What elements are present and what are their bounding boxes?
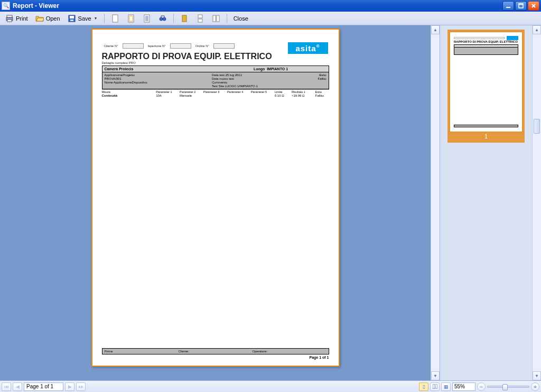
prev-page-button[interactable]: ◀ xyxy=(13,382,22,391)
first-page-button[interactable]: ⏮ xyxy=(2,382,11,391)
zoom-thumb[interactable] xyxy=(502,384,508,390)
binoculars-icon xyxy=(158,14,167,23)
cliente-field xyxy=(123,43,144,49)
zoom-out-button[interactable]: − xyxy=(477,382,486,391)
scroll-track[interactable] xyxy=(533,34,541,371)
scroll-track[interactable] xyxy=(431,34,440,371)
table-row: Continuità 10A Manuale 0.10 Ω >19.99 Ω F… xyxy=(102,94,329,97)
separator xyxy=(173,14,174,23)
minimize-button[interactable] xyxy=(502,1,514,11)
section-left: Camera Proiecis xyxy=(105,67,216,71)
thumb-scrollbar[interactable]: ▲ ▼ xyxy=(532,25,541,380)
ispezione-label: Ispezione N° xyxy=(146,43,168,49)
scroll-down-icon[interactable]: ▼ xyxy=(431,371,440,380)
window-title: Report - Viewer xyxy=(13,2,502,10)
main-area: asita® Cliente N° Ispezione N° Ordine N°… xyxy=(0,25,541,380)
report-subtitle: Dettaglio completo PRO xyxy=(102,61,329,64)
svg-rect-3 xyxy=(7,15,12,17)
scroll-thumb[interactable] xyxy=(534,119,540,134)
zoom-slider[interactable] xyxy=(487,386,529,388)
multi-page-button[interactable] xyxy=(209,13,223,24)
svg-rect-9 xyxy=(113,15,118,22)
svg-rect-19 xyxy=(217,15,219,22)
open-button[interactable]: Open xyxy=(32,13,63,24)
meta-value: Fallito xyxy=(302,77,327,80)
page-icon xyxy=(111,14,119,23)
meta-label: ApplicanomeProgetto xyxy=(105,73,173,77)
scroll-down-icon[interactable]: ▼ xyxy=(533,371,541,380)
document-pane[interactable]: asita® Cliente N° Ispezione N° Ordine N°… xyxy=(0,25,431,380)
zoom-in-button[interactable]: + xyxy=(531,382,539,391)
svg-rect-16 xyxy=(198,15,202,18)
continuous-icon xyxy=(196,14,204,23)
save-icon xyxy=(68,14,76,23)
close-window-button[interactable] xyxy=(528,1,539,11)
nav-bar: ⏮ ◀ Page 1 of 1 ▶ ⏭ ▯ ⿲ ▦ 55% − + xyxy=(0,380,541,392)
operatore-label: Operatore: xyxy=(253,350,327,353)
meta-value: PROVA/001 xyxy=(105,77,173,80)
thumbnail-label: 1 xyxy=(450,132,523,141)
svg-point-14 xyxy=(163,17,166,21)
svg-rect-18 xyxy=(213,15,216,22)
table-header: Misure Parameter 1 Parameter 2 Parameter… xyxy=(102,89,329,94)
scroll-up-icon[interactable]: ▲ xyxy=(431,25,440,34)
separator xyxy=(227,14,227,23)
close-label: Close xyxy=(234,15,248,22)
zoom-value[interactable]: 55% xyxy=(452,382,475,391)
toolbar: Print Open Save ▾ Close xyxy=(0,12,541,25)
brand-logo: asita® xyxy=(288,42,328,54)
ordine-label: Ordine N° xyxy=(193,43,211,49)
meta-label: Data nuovo test xyxy=(212,77,264,80)
page-setup-button[interactable] xyxy=(108,13,123,24)
separator xyxy=(104,14,105,23)
layout-single-button[interactable]: ▯ xyxy=(419,382,428,391)
page-lines-button[interactable] xyxy=(139,13,154,24)
thumbnail-pane: RAPPORTO DI PROVA EQUIP. ELETTRICO 1 xyxy=(440,25,532,380)
page-margins-button[interactable] xyxy=(124,13,138,24)
save-dropdown-icon[interactable]: ▾ xyxy=(94,16,98,21)
next-page-button[interactable]: ▶ xyxy=(65,382,74,391)
report-page: asita® Cliente N° Ispezione N° Ordine N°… xyxy=(91,29,340,367)
page-input[interactable]: Page 1 of 1 xyxy=(24,382,63,391)
cliente-sig-label: Cliente: xyxy=(179,350,253,353)
ordine-field xyxy=(213,43,235,49)
layout-grid-button[interactable]: ▦ xyxy=(441,382,451,391)
thumb-logo xyxy=(507,36,518,40)
section-header: Camera Proiecis Luogo IMPIANTO 1 xyxy=(102,66,329,72)
doc-scrollbar[interactable]: ▲ ▼ xyxy=(431,25,440,380)
section-right: Luogo IMPIANTO 1 xyxy=(216,67,327,71)
svg-rect-5 xyxy=(7,20,12,22)
find-button[interactable] xyxy=(155,13,170,24)
cliente-label: Cliente N° xyxy=(102,43,120,49)
firma-label: Firma: xyxy=(105,350,179,353)
open-label: Open xyxy=(46,15,60,22)
app-icon: 🔍 xyxy=(2,2,10,10)
section-body: ApplicanomeProgetto Data test 25 lug 201… xyxy=(102,72,329,89)
print-label: Print xyxy=(16,15,28,22)
svg-rect-15 xyxy=(182,15,186,22)
open-icon xyxy=(35,14,44,23)
svg-rect-17 xyxy=(198,19,202,22)
thumb-title: RAPPORTO DI PROVA EQUIP. ELETTRICO xyxy=(454,40,518,43)
save-button[interactable]: Save ▾ xyxy=(64,13,101,24)
layout-facing-button[interactable]: ⿲ xyxy=(430,382,440,391)
single-page-icon xyxy=(180,14,189,23)
svg-rect-0 xyxy=(506,7,510,8)
meta-label: Nome ApplicanomeDispositivo xyxy=(105,81,173,84)
save-label: Save xyxy=(78,15,91,22)
thumbnail-selected[interactable]: RAPPORTO DI PROVA EQUIP. ELETTRICO 1 xyxy=(447,30,525,143)
svg-rect-7 xyxy=(70,16,74,18)
continuous-page-button[interactable] xyxy=(193,13,208,24)
print-button[interactable]: Print xyxy=(2,13,31,24)
close-button[interactable]: Close xyxy=(230,14,251,23)
signature-bar: Firma: Cliente: Operatore: xyxy=(102,348,329,354)
scroll-up-icon[interactable]: ▲ xyxy=(533,25,541,34)
single-page-button[interactable] xyxy=(177,13,192,24)
window-controls xyxy=(502,1,539,11)
last-page-button[interactable]: ⏭ xyxy=(76,382,86,391)
multi-page-icon xyxy=(212,14,220,23)
print-icon xyxy=(5,14,14,23)
page-margins-icon xyxy=(127,14,135,23)
maximize-button[interactable] xyxy=(515,1,527,11)
thumbnail[interactable]: RAPPORTO DI PROVA EQUIP. ELETTRICO xyxy=(450,32,523,132)
